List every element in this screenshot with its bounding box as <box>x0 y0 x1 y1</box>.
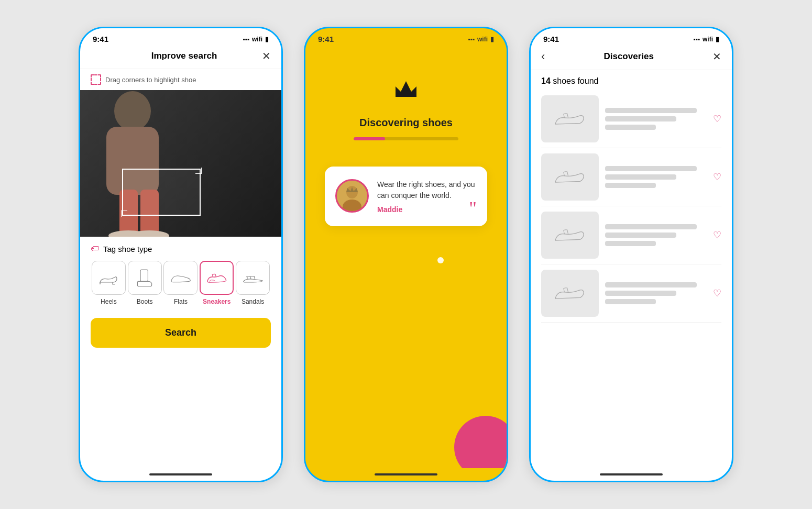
heels-box[interactable] <box>92 261 126 295</box>
corner-handle-bl <box>121 211 127 217</box>
signal-icon-3: ▪▪▪ <box>693 36 700 43</box>
quote-marks: " <box>469 199 477 218</box>
sneakers-box[interactable] <box>200 261 234 295</box>
close-button-1[interactable]: ✕ <box>262 50 271 62</box>
found-number: 14 <box>541 76 551 85</box>
tag-title-text: Tag shoe type <box>103 245 152 253</box>
heels-label: Heels <box>101 298 117 305</box>
results-list: ♡ ♡ <box>531 90 732 468</box>
quote-text-area: Wear the right shoes, and you can conque… <box>377 179 477 214</box>
boots-box[interactable] <box>128 261 162 295</box>
placeholder-line <box>605 291 676 296</box>
battery-icon-2: ▮ <box>490 36 494 43</box>
svg-rect-6 <box>140 270 148 281</box>
pink-circle <box>454 416 507 468</box>
home-bar-3 <box>600 473 663 475</box>
wifi-icon-3: wifi <box>703 36 713 43</box>
heart-icon[interactable]: ♡ <box>713 113 721 125</box>
phone1-main: Improve search ✕ Drag corners to highlig… <box>80 46 281 468</box>
crown-logo <box>393 77 419 99</box>
discoveries-title: Discoveries <box>603 51 653 62</box>
time-3: 9:41 <box>543 35 559 43</box>
boots-icon <box>134 268 155 289</box>
quote-text: Wear the right shoes, and you can conque… <box>377 179 477 201</box>
shoe-thumbnail-icon <box>552 282 588 305</box>
placeholder-line <box>605 233 676 238</box>
avatar-circle <box>335 179 369 213</box>
placeholder-line <box>605 108 697 113</box>
result-item[interactable]: ♡ <box>541 206 721 264</box>
time-2: 9:41 <box>318 35 334 43</box>
status-icons-1: ▪▪▪ wifi ▮ <box>243 36 269 43</box>
result-thumbnail <box>541 212 599 259</box>
white-dot <box>437 257 444 263</box>
result-info <box>605 282 707 304</box>
shoe-type-flats[interactable]: Flats <box>163 261 197 305</box>
phone-1: 9:41 ▪▪▪ wifi ▮ Improve search ✕ Drag co… <box>79 27 283 482</box>
result-thumbnail <box>541 270 599 317</box>
home-bar-2 <box>375 473 437 475</box>
shoe-thumbnail-icon <box>552 107 588 131</box>
phone-3: 9:41 ▪▪▪ wifi ▮ ‹ Discoveries ✕ 14 shoes… <box>529 27 733 482</box>
phone2-main: Discovering shoes Wear the right shoes, … <box>305 46 507 468</box>
shoe-type-heels[interactable]: Heels <box>92 261 126 305</box>
sneakers-label: Sneakers <box>203 298 231 305</box>
result-item[interactable]: ♡ <box>541 264 721 323</box>
sneakers-icon <box>205 270 228 286</box>
result-info <box>605 108 707 130</box>
phone1-header: Improve search ✕ <box>80 46 281 69</box>
found-count-area: 14 shoes found <box>531 70 732 90</box>
back-button[interactable]: ‹ <box>541 50 545 63</box>
result-actions: ♡ <box>713 113 721 125</box>
heart-icon[interactable]: ♡ <box>713 171 721 183</box>
wifi-icon-2: wifi <box>477 36 488 43</box>
shoe-thumbnail-icon <box>552 224 588 247</box>
svg-line-9 <box>254 276 255 279</box>
result-thumbnail <box>541 153 599 201</box>
tag-icon: 🏷 <box>91 244 99 253</box>
battery-icon-3: ▮ <box>716 36 719 43</box>
heart-icon[interactable]: ♡ <box>713 287 721 299</box>
signal-icon-2: ▪▪▪ <box>468 36 475 43</box>
phone1-title: Improve search <box>151 51 217 61</box>
drag-hint-text: Drag corners to highlight shoe <box>105 76 196 84</box>
shoe-types-grid: Heels Boots <box>91 261 271 305</box>
discovering-text: Discovering shoes <box>359 117 453 129</box>
placeholder-line <box>605 183 656 188</box>
found-label: shoes found <box>553 76 598 85</box>
photo-area[interactable] <box>80 90 281 237</box>
corner-handles <box>195 168 202 174</box>
quote-card: Wear the right shoes, and you can conque… <box>325 167 487 226</box>
shoe-type-sneakers[interactable]: Sneakers <box>200 261 234 305</box>
boots-label: Boots <box>137 298 153 305</box>
sandals-box[interactable] <box>236 261 270 295</box>
heart-icon[interactable]: ♡ <box>713 229 721 241</box>
status-icons-3: ▪▪▪ wifi ▮ <box>693 36 719 43</box>
result-thumbnail <box>541 95 599 142</box>
shoe-type-boots[interactable]: Boots <box>128 261 162 305</box>
flats-icon <box>169 271 192 285</box>
result-item[interactable]: ♡ <box>541 148 721 206</box>
home-indicator-1 <box>80 468 281 481</box>
progress-bar-container <box>354 137 458 140</box>
search-button[interactable]: Search <box>91 318 271 348</box>
status-bar-2: 9:41 ▪▪▪ wifi ▮ <box>305 28 507 46</box>
flats-box[interactable] <box>163 261 197 295</box>
selection-rectangle[interactable] <box>122 169 201 216</box>
result-item[interactable]: ♡ <box>541 90 721 148</box>
placeholder-line <box>605 174 676 180</box>
phone3-main: ‹ Discoveries ✕ 14 shoes found <box>531 46 732 468</box>
close-button-3[interactable]: ✕ <box>712 50 721 63</box>
progress-bar-fill <box>354 137 385 140</box>
placeholder-line <box>605 125 656 130</box>
placeholder-line <box>605 299 656 304</box>
home-bar-1 <box>149 473 212 475</box>
tag-title-area: 🏷 Tag shoe type <box>91 244 271 253</box>
quote-author: Maddie <box>377 205 477 214</box>
svg-point-0 <box>114 91 151 131</box>
wifi-icon: wifi <box>252 36 262 43</box>
signal-icon: ▪▪▪ <box>243 36 249 43</box>
heels-icon <box>98 270 119 286</box>
sandals-icon <box>242 270 265 286</box>
shoe-type-sandals[interactable]: Sandals <box>236 261 270 305</box>
